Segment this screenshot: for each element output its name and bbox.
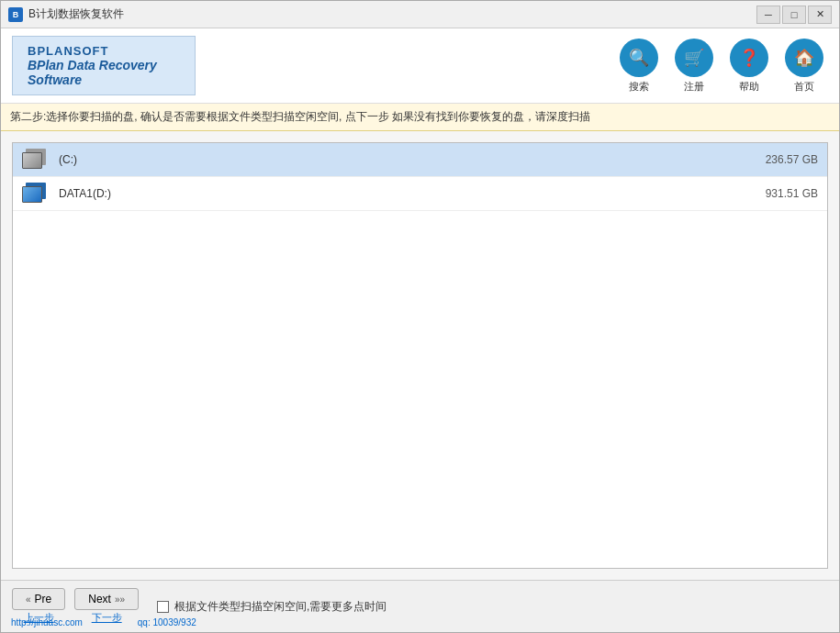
main-content: (C:) 236.57 GB DATA1(D:) 931.51 GB xyxy=(1,131,839,580)
disk-item-c[interactable]: (C:) 236.57 GB xyxy=(13,143,827,177)
next-arrows: »» xyxy=(115,594,125,605)
nav-register[interactable]: 🛒 注册 xyxy=(670,39,718,94)
logo-area: BPlanSoft BPlan Data Recovery Software xyxy=(12,36,615,95)
disk-size-d: 931.51 GB xyxy=(766,187,818,200)
nav-help[interactable]: ❓ 帮助 xyxy=(725,39,773,94)
pre-label: Pre xyxy=(35,593,52,605)
qq-link: qq: 10039/932 xyxy=(138,617,196,627)
scan-option-area: 根据文件类型扫描空闲空间,需要更多点时间 xyxy=(157,599,386,615)
close-button[interactable]: ✕ xyxy=(808,6,832,24)
app-icon: B xyxy=(8,7,23,22)
pre-button[interactable]: « Pre xyxy=(12,588,65,610)
main-window: B B计划数据恢复软件 ─ □ ✕ BPlanSoft BPlan Data R… xyxy=(0,0,840,633)
instruction-bar: 第二步:选择你要扫描的盘, 确认是否需要根据文件类型扫描空闲空间, 点下一步 如… xyxy=(1,104,839,131)
search-icon: 🔍 xyxy=(620,39,658,77)
maximize-button[interactable]: □ xyxy=(782,6,806,24)
title-bar: B B计划数据恢复软件 ─ □ ✕ xyxy=(1,1,839,28)
pre-arrows: « xyxy=(26,594,31,605)
window-title: B计划数据恢复软件 xyxy=(28,6,756,22)
footer: « Pre 上一步 Next »» 下一步 根据文件类型扫描空闲空间,需要更多点… xyxy=(1,580,839,632)
register-label: 注册 xyxy=(684,80,704,94)
disk-front-d xyxy=(22,186,42,203)
home-icon: 🏠 xyxy=(785,39,823,77)
logo-product: BPlan Data Recovery Software xyxy=(28,58,180,87)
nav-buttons: 🔍 搜索 🛒 注册 ❓ 帮助 🏠 首页 xyxy=(615,39,828,94)
header: BPlanSoft BPlan Data Recovery Software 🔍… xyxy=(1,28,839,104)
home-label: 首页 xyxy=(794,80,814,94)
search-label: 搜索 xyxy=(629,80,649,94)
disk-icon-d xyxy=(22,183,51,205)
minimize-button[interactable]: ─ xyxy=(756,6,780,24)
instruction-text: 第二步:选择你要扫描的盘, 确认是否需要根据文件类型扫描空闲空间, 点下一步 如… xyxy=(10,110,590,123)
logo-brand: BPlanSoft xyxy=(28,44,180,58)
help-label: 帮助 xyxy=(739,80,759,94)
disk-icon-c xyxy=(22,149,51,171)
next-button[interactable]: Next »» xyxy=(74,588,139,610)
scan-checkbox[interactable] xyxy=(157,601,169,613)
logo-box: BPlanSoft BPlan Data Recovery Software xyxy=(12,36,196,95)
disk-label-d: DATA1(D:) xyxy=(59,187,747,200)
scan-option-label: 根据文件类型扫描空闲空间,需要更多点时间 xyxy=(174,599,386,615)
disk-label-c: (C:) xyxy=(59,153,747,166)
disk-item-d[interactable]: DATA1(D:) 931.51 GB xyxy=(13,177,827,211)
register-icon: 🛒 xyxy=(675,39,713,77)
next-label: Next xyxy=(88,593,111,605)
help-icon: ❓ xyxy=(730,39,768,77)
disk-front-c xyxy=(22,152,42,169)
disk-list: (C:) 236.57 GB DATA1(D:) 931.51 GB xyxy=(12,142,828,569)
window-controls: ─ □ ✕ xyxy=(756,6,832,24)
disk-size-c: 236.57 GB xyxy=(766,153,818,166)
nav-home[interactable]: 🏠 首页 xyxy=(780,39,828,94)
website-link[interactable]: http://jihuasc.com xyxy=(11,617,83,627)
nav-search[interactable]: 🔍 搜索 xyxy=(615,39,663,94)
